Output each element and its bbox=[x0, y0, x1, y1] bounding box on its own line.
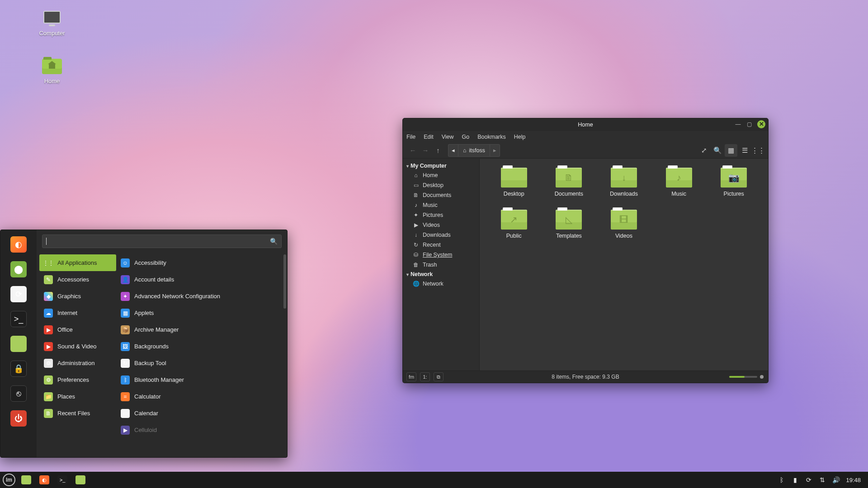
breadcrumb-home[interactable]: ⌂ itsfoss bbox=[458, 144, 490, 157]
battery-icon[interactable]: ▮ bbox=[792, 476, 799, 483]
sidebar-item-icon: ⌂ bbox=[413, 172, 419, 178]
up-button[interactable]: ↑ bbox=[432, 144, 444, 157]
sidebar-item[interactable]: 🌐 Network bbox=[403, 279, 479, 289]
category-item[interactable]: ⚙ Administration bbox=[39, 355, 116, 371]
application-item[interactable]: 🖼 Backgrounds bbox=[116, 338, 284, 355]
launcher-firefox[interactable]: ◐ bbox=[37, 474, 52, 486]
zoom-slider[interactable] bbox=[729, 376, 757, 378]
application-item[interactable]: 👤 Account details bbox=[116, 271, 284, 288]
application-item[interactable]: ▦ Applets bbox=[116, 305, 284, 321]
folder-icon[interactable]: ↗ Public bbox=[489, 210, 539, 239]
favorite-firefox[interactable]: ◐ bbox=[10, 236, 27, 253]
statusbar-btn-1[interactable]: fm bbox=[406, 372, 416, 381]
breadcrumb-next[interactable]: ▸ bbox=[490, 144, 500, 157]
folder-icon[interactable]: 📷 Pictures bbox=[708, 168, 759, 197]
folder-icon[interactable]: Desktop bbox=[489, 168, 539, 197]
volume-icon[interactable]: 🔊 bbox=[832, 476, 840, 483]
sidebar-item[interactable]: ▶ Videos bbox=[403, 220, 479, 230]
category-item[interactable]: ◆ Graphics bbox=[39, 288, 116, 305]
zoom-thumb[interactable] bbox=[760, 375, 764, 379]
desktop-icon-home[interactable]: Home bbox=[32, 59, 72, 84]
menu-help[interactable]: Help bbox=[514, 134, 526, 140]
minimize-button[interactable]: — bbox=[735, 121, 741, 128]
sidebar-item[interactable]: ♪ Music bbox=[403, 200, 479, 210]
breadcrumb-prev[interactable]: ◂ bbox=[448, 144, 458, 157]
application-label: Advanced Network Configuration bbox=[134, 293, 220, 300]
sidebar-item[interactable]: ⌂ Home bbox=[403, 170, 479, 180]
folder-icon[interactable]: ↓ Downloads bbox=[599, 168, 649, 197]
application-item[interactable]: ▭ Calendar bbox=[116, 405, 284, 422]
folder-icon[interactable]: 🗎 Documents bbox=[544, 168, 594, 197]
menu-button[interactable]: lm bbox=[3, 474, 15, 486]
search-field[interactable] bbox=[48, 238, 270, 245]
bluetooth-icon[interactable]: ᛒ bbox=[778, 476, 785, 483]
favorite-shutdown[interactable]: ⏻ bbox=[10, 410, 27, 427]
application-item[interactable]: ✦ Advanced Network Configuration bbox=[116, 288, 284, 305]
folder-icon[interactable]: ◺ Templates bbox=[544, 210, 594, 239]
forward-button[interactable]: → bbox=[419, 144, 432, 157]
folder-icon[interactable]: 🎞 Videos bbox=[599, 210, 649, 239]
application-item[interactable]: ▶ Celluloid bbox=[116, 422, 284, 438]
scrollbar[interactable] bbox=[283, 254, 286, 309]
menu-edit[interactable]: Edit bbox=[424, 134, 434, 140]
icon-view-button[interactable]: ▦ bbox=[725, 144, 737, 157]
folder-icon[interactable]: ♪ Music bbox=[654, 168, 704, 197]
menu-view[interactable]: View bbox=[442, 134, 454, 140]
file-manager-window: Home — ▢ ✕ File Edit View Go Bookmarks H… bbox=[402, 118, 769, 383]
compact-view-button[interactable]: ⋮⋮ bbox=[752, 144, 764, 157]
desktop-icon-computer[interactable]: Computer bbox=[32, 11, 72, 37]
sidebar-item[interactable]: ▭ Desktop bbox=[403, 180, 479, 190]
statusbar-btn-2[interactable]: 1: bbox=[420, 372, 430, 381]
back-button[interactable]: ← bbox=[406, 144, 419, 157]
favorite-terminal[interactable]: >_ bbox=[10, 311, 27, 327]
category-item[interactable]: ✎ Accessories bbox=[39, 271, 116, 288]
folder-label: Public bbox=[506, 233, 522, 239]
statusbar-btn-3[interactable]: ⧉ bbox=[434, 372, 443, 381]
network-icon[interactable]: ⇅ bbox=[819, 476, 826, 483]
application-item[interactable]: = Calculator bbox=[116, 388, 284, 405]
sidebar-header-network[interactable]: ▾ Network bbox=[403, 270, 479, 279]
application-item[interactable]: ↻ Backup Tool bbox=[116, 355, 284, 371]
favorite-lock[interactable]: 🔒 bbox=[10, 361, 27, 377]
category-item[interactable]: ⚙ Preferences bbox=[39, 371, 116, 388]
category-item[interactable]: 📁 Places bbox=[39, 388, 116, 405]
category-item[interactable]: 🗎 Recent Files bbox=[39, 405, 116, 422]
favorite-update-manager[interactable]: ⟳ bbox=[10, 286, 27, 302]
sidebar-item[interactable]: ✦ Pictures bbox=[403, 210, 479, 220]
updates-icon[interactable]: ⟳ bbox=[805, 476, 812, 483]
sidebar-item[interactable]: ↓ Downloads bbox=[403, 230, 479, 240]
launcher-terminal[interactable]: >_ bbox=[55, 474, 70, 486]
maximize-button[interactable]: ▢ bbox=[746, 121, 753, 128]
application-item[interactable]: ᛒ Bluetooth Manager bbox=[116, 371, 284, 388]
category-item[interactable]: ▶ Office bbox=[39, 321, 116, 338]
launcher-files-window[interactable] bbox=[73, 474, 88, 486]
category-item[interactable]: ⋮⋮ All Applications bbox=[39, 254, 116, 271]
search-input[interactable]: 🔍 bbox=[42, 235, 282, 248]
window-titlebar[interactable]: Home — ▢ ✕ bbox=[403, 118, 768, 131]
favorite-files[interactable] bbox=[10, 336, 27, 352]
launcher-files[interactable] bbox=[19, 474, 33, 486]
sidebar-header-computer[interactable]: ▾ My Computer bbox=[403, 161, 479, 170]
application-label: Calendar bbox=[134, 410, 158, 417]
favorite-software-manager[interactable]: ⬤ bbox=[10, 261, 27, 277]
menu-file[interactable]: File bbox=[406, 134, 415, 140]
clock[interactable]: 19:48 bbox=[846, 477, 861, 483]
search-button[interactable]: 🔍 bbox=[711, 144, 724, 157]
application-item[interactable]: 📦 Archive Manager bbox=[116, 321, 284, 338]
sidebar-item[interactable]: ⛁ File System bbox=[403, 250, 479, 260]
sidebar-item[interactable]: 🗎 Documents bbox=[403, 190, 479, 200]
application-icon: 👤 bbox=[121, 275, 130, 284]
list-view-button[interactable]: ☰ bbox=[738, 144, 751, 157]
sidebar-item[interactable]: ↻ Recent bbox=[403, 240, 479, 250]
sidebar-item[interactable]: 🗑 Trash bbox=[403, 260, 479, 270]
favorite-logout[interactable]: ⎋ bbox=[10, 385, 27, 402]
category-item[interactable]: ▶ Sound & Video bbox=[39, 338, 116, 355]
category-icon: 📁 bbox=[44, 392, 53, 401]
menu-go[interactable]: Go bbox=[462, 134, 470, 140]
close-button[interactable]: ✕ bbox=[757, 120, 765, 128]
menu-bookmarks[interactable]: Bookmarks bbox=[477, 134, 506, 140]
toggle-location-button[interactable]: ⤢ bbox=[698, 144, 710, 157]
application-item[interactable]: ☺ Accessibility bbox=[116, 254, 284, 271]
folder-content[interactable]: Desktop 🗎 Documents ↓ Downloads ♪ Music … bbox=[480, 159, 768, 371]
category-item[interactable]: ☁ Internet bbox=[39, 305, 116, 321]
